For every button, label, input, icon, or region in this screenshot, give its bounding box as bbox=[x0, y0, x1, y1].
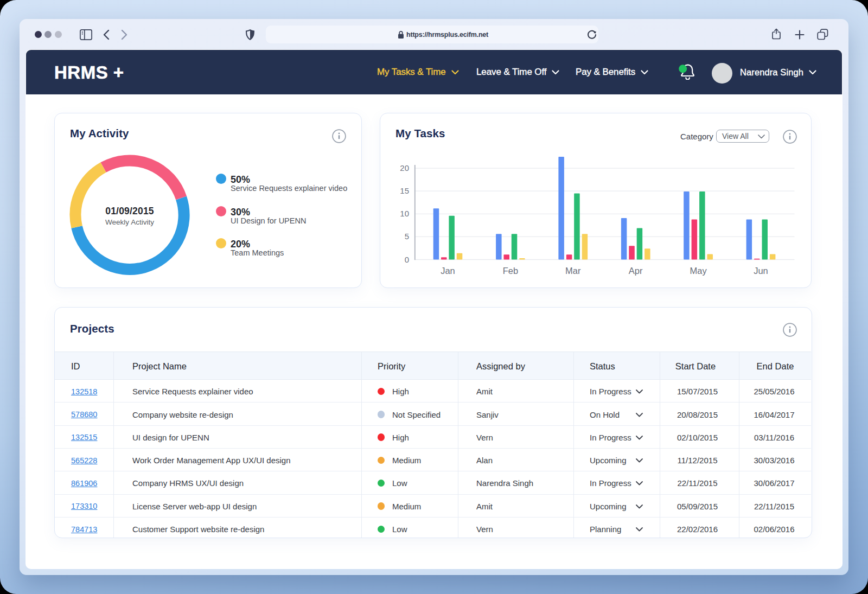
svg-text:Feb: Feb bbox=[503, 266, 518, 276]
svg-text:15: 15 bbox=[400, 186, 409, 195]
svg-text:Mar: Mar bbox=[565, 266, 581, 276]
svg-text:5: 5 bbox=[405, 232, 409, 241]
svg-text:Jun: Jun bbox=[754, 266, 768, 276]
svg-text:Jan: Jan bbox=[441, 266, 455, 276]
svg-text:10: 10 bbox=[400, 209, 409, 218]
svg-text:Apr: Apr bbox=[629, 266, 643, 276]
svg-text:May: May bbox=[690, 266, 707, 276]
svg-text:0: 0 bbox=[405, 255, 409, 264]
svg-text:20: 20 bbox=[400, 163, 409, 173]
